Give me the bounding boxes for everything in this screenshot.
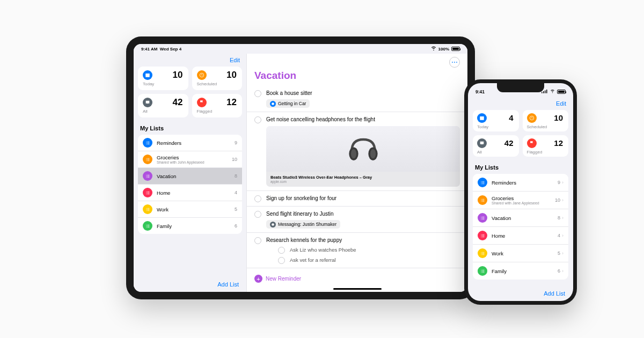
list-icon — [143, 221, 152, 231]
message-icon — [270, 222, 276, 227]
svg-point-86 — [481, 272, 481, 273]
add-list-button[interactable]: Add List — [544, 290, 565, 297]
checkbox[interactable] — [278, 247, 285, 254]
reminder-title[interactable]: Book a house sitter — [266, 90, 460, 97]
svg-point-37 — [146, 227, 147, 227]
add-list-button[interactable]: Add List — [217, 281, 239, 288]
checkbox[interactable] — [254, 237, 261, 244]
new-reminder-button[interactable]: + New Reminder — [247, 270, 467, 287]
smart-list-today[interactable]: 10 Today — [138, 67, 188, 90]
reminder-title[interactable]: Sign up for snorkeling for four — [266, 195, 460, 202]
checkbox[interactable] — [254, 90, 261, 97]
smart-list-flagged[interactable]: 12 Flagged — [523, 135, 569, 157]
sidebar-item-work[interactable]: Work 5 › — [473, 245, 568, 262]
svg-rect-8 — [147, 144, 149, 144]
sidebar-item-family[interactable]: Family 6 — [138, 218, 242, 234]
svg-point-3 — [146, 141, 147, 142]
svg-point-82 — [481, 269, 481, 270]
smart-label: Scheduled — [197, 82, 238, 86]
svg-point-41 — [350, 149, 356, 158]
battery-icon — [557, 90, 566, 94]
svg-rect-69 — [482, 219, 484, 219]
list-count: 10 — [555, 197, 560, 203]
reminder-tag[interactable]: Getting in Car — [266, 99, 310, 108]
iphone-device: 9:41 Edit 4 Today 10 Scheduled — [464, 79, 577, 305]
chevron-right-icon: › — [562, 268, 564, 274]
list-label: Work — [492, 251, 558, 256]
list-label: Home — [157, 190, 235, 196]
list-label: Family — [492, 268, 558, 274]
link-preview[interactable]: Beats Studio3 Wireless Over-Ear Headphon… — [266, 126, 460, 187]
svg-rect-22 — [147, 191, 149, 192]
svg-rect-28 — [147, 208, 149, 208]
list-icon — [143, 138, 152, 148]
svg-rect-46 — [543, 91, 544, 93]
checkbox[interactable] — [254, 195, 261, 202]
list-label: Vacation — [492, 215, 558, 221]
list-label: Home — [492, 233, 558, 239]
list-title: Vacation — [247, 70, 467, 86]
smart-list-scheduled[interactable]: 10 Scheduled — [523, 110, 569, 131]
smart-list-all[interactable]: 42 All — [473, 135, 519, 157]
list-count: 6 — [235, 223, 237, 229]
sidebar-item-family[interactable]: Family 6 › — [473, 262, 568, 280]
smart-label: Flagged — [527, 150, 565, 155]
reminder-tag[interactable]: Messaging: Justin Shumaker — [266, 220, 340, 229]
sidebar-item-home[interactable]: Home 4 — [138, 185, 242, 201]
svg-point-78 — [481, 253, 481, 253]
sidebar-item-reminders[interactable]: Reminders 9 — [138, 135, 242, 151]
sidebar-item-groceries[interactable]: GroceriesShared with Jane Appleseed 10 › — [473, 192, 568, 209]
svg-point-44 — [272, 223, 274, 226]
svg-point-76 — [481, 252, 481, 252]
sidebar-item-vacation[interactable]: Vacation 8 — [138, 168, 242, 185]
svg-rect-14 — [147, 160, 149, 161]
sidebar-item-work[interactable]: Work 5 — [138, 201, 242, 218]
checkbox[interactable] — [254, 211, 261, 218]
svg-rect-26 — [147, 194, 149, 194]
smart-label: Flagged — [197, 109, 238, 114]
smart-list-scheduled[interactable]: 10 Scheduled — [192, 67, 243, 90]
sidebar-item-reminders[interactable]: Reminders 9 › — [473, 174, 568, 192]
list-icon — [478, 248, 487, 258]
svg-rect-30 — [147, 209, 149, 210]
list-sublabel: Shared with Jane Appleseed — [492, 201, 555, 205]
smart-count: 10 — [554, 113, 563, 122]
svg-rect-18 — [147, 176, 149, 177]
svg-rect-48 — [546, 90, 547, 93]
more-button[interactable]: ⋯ — [449, 57, 460, 68]
reminder-title[interactable]: Send flight itinerary to Justin — [266, 210, 460, 217]
list-count: 8 — [235, 173, 237, 179]
list-icon — [478, 213, 487, 223]
edit-button[interactable]: Edit — [230, 57, 240, 63]
sidebar-item-vacation[interactable]: Vacation 8 › — [473, 209, 568, 227]
svg-point-74 — [481, 237, 481, 237]
reminder-title[interactable]: Get noise cancelling headphones for the … — [266, 116, 460, 123]
smart-list-flagged[interactable]: 12 Flagged — [192, 94, 243, 117]
checkbox[interactable] — [254, 116, 261, 123]
ipad-screen: 9:41 AM Wed Sep 4 100% Edit 10 Today 10 … — [134, 44, 467, 292]
smart-count: 42 — [173, 97, 183, 108]
svg-rect-6 — [147, 143, 149, 143]
subtask-title[interactable]: Ask Liz who watches Phoebe — [290, 247, 356, 253]
svg-point-7 — [146, 144, 147, 144]
checkbox[interactable] — [278, 257, 285, 264]
reminder-title[interactable]: Research kennels for the puppy — [266, 237, 460, 244]
svg-point-84 — [481, 270, 481, 271]
ipad-sidebar: Edit 10 Today 10 Scheduled 42 All 12 Fla… — [134, 54, 246, 292]
svg-rect-38 — [147, 227, 149, 227]
list-count: 6 — [558, 268, 560, 274]
svg-rect-32 — [147, 210, 149, 211]
edit-button[interactable]: Edit — [556, 100, 566, 107]
svg-point-13 — [146, 160, 147, 161]
smart-list-all[interactable]: 42 All — [138, 94, 188, 117]
sidebar-item-home[interactable]: Home 4 › — [473, 227, 568, 245]
list-label: Reminders — [157, 140, 235, 146]
list-icon — [478, 195, 487, 205]
svg-point-56 — [481, 183, 481, 184]
sidebar-item-groceries[interactable]: GroceriesShared with John Appleseed 10 — [138, 151, 242, 168]
subtask-title[interactable]: Ask vet for a referral — [290, 257, 336, 263]
svg-rect-1 — [145, 74, 150, 75]
subtask-row: Ask Liz who watches Phoebe — [266, 244, 460, 254]
smart-list-today[interactable]: 4 Today — [473, 110, 519, 131]
list-label: Work — [157, 207, 235, 212]
